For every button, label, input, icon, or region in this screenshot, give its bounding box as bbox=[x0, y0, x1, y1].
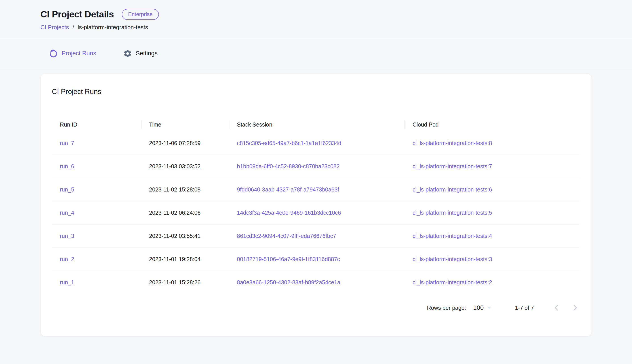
prev-page-button[interactable] bbox=[551, 303, 562, 313]
enterprise-badge: Enterprise bbox=[122, 9, 159, 20]
stack-session-link[interactable]: 14dc3f3a-425a-4e0e-9469-161b3dcc10c6 bbox=[237, 210, 341, 216]
table-row: run_6 2023-11-03 03:03:52 b1bb09da-6ff0-… bbox=[52, 155, 580, 178]
stack-session-link[interactable]: 861cd3c2-9094-4c07-9fff-eda76676fbc7 bbox=[237, 233, 336, 239]
run-id-cell: run_3 bbox=[52, 233, 141, 239]
run-id-cell: run_4 bbox=[52, 210, 141, 216]
tab-project-runs[interactable]: Project Runs bbox=[49, 49, 96, 58]
cloud-pod-link[interactable]: ci_ls-platform-integration-tests:5 bbox=[412, 210, 492, 216]
stack-session-link[interactable]: c815c305-ed65-49a7-b6c1-1a1a1f62334d bbox=[237, 140, 341, 146]
next-page-button[interactable] bbox=[570, 303, 580, 313]
time-cell: 2023-11-02 03:55:41 bbox=[141, 233, 229, 239]
cloud-pod-cell: ci_ls-platform-integration-tests:2 bbox=[404, 279, 580, 286]
page-title: CI Project Details bbox=[41, 9, 114, 20]
time-cell: 2023-11-01 19:28:04 bbox=[141, 256, 229, 262]
cloud-pod-cell: ci_ls-platform-integration-tests:6 bbox=[404, 186, 580, 193]
run-id-link[interactable]: run_4 bbox=[60, 210, 74, 216]
cloud-pod-cell: ci_ls-platform-integration-tests:5 bbox=[404, 210, 580, 216]
cloud-pod-link[interactable]: ci_ls-platform-integration-tests:2 bbox=[412, 279, 492, 286]
main-content: CI Project Runs Run ID Time Stack Sessio… bbox=[0, 68, 632, 336]
ci-project-runs-card: CI Project Runs Run ID Time Stack Sessio… bbox=[41, 74, 592, 336]
stack-session-cell: 14dc3f3a-425a-4e0e-9469-161b3dcc10c6 bbox=[229, 210, 404, 216]
time-cell: 2023-11-02 06:24:06 bbox=[141, 210, 229, 216]
run-id-cell: run_2 bbox=[52, 256, 141, 262]
cloud-pod-link[interactable]: ci_ls-platform-integration-tests:7 bbox=[412, 163, 492, 170]
column-header-time: Time bbox=[141, 118, 229, 132]
table-row: run_7 2023-11-06 07:28:59 c815c305-ed65-… bbox=[52, 132, 580, 155]
run-id-link[interactable]: run_7 bbox=[60, 140, 74, 146]
time-cell: 2023-11-02 15:28:08 bbox=[141, 186, 229, 193]
pagination-range: 1-7 of 7 bbox=[515, 305, 534, 311]
card-title: CI Project Runs bbox=[52, 88, 580, 96]
table-row: run_2 2023-11-01 19:28:04 00182719-5106-… bbox=[52, 248, 580, 271]
runs-table: Run ID Time Stack Session Cloud Pod run_… bbox=[52, 118, 580, 294]
stack-session-link[interactable]: 8a0e3a66-1250-4302-83af-b89f2a54ce1a bbox=[237, 279, 340, 286]
breadcrumb-current: ls-platform-integration-tests bbox=[78, 24, 148, 31]
table-row: run_4 2023-11-02 06:24:06 14dc3f3a-425a-… bbox=[52, 201, 580, 224]
rows-per-page-select[interactable]: 100 bbox=[473, 304, 492, 311]
cloud-pod-link[interactable]: ci_ls-platform-integration-tests:8 bbox=[412, 140, 492, 146]
page: CI Project Details Enterprise CI Project… bbox=[0, 0, 632, 364]
cloud-pod-cell: ci_ls-platform-integration-tests:4 bbox=[404, 233, 580, 239]
run-id-cell: run_7 bbox=[52, 140, 141, 146]
table-row: run_5 2023-11-02 15:28:08 9fdd0640-3aab-… bbox=[52, 178, 580, 201]
run-id-link[interactable]: run_5 bbox=[60, 186, 74, 192]
history-icon bbox=[49, 49, 58, 58]
cloud-pod-link[interactable]: ci_ls-platform-integration-tests:4 bbox=[412, 233, 492, 239]
cloud-pod-cell: ci_ls-platform-integration-tests:7 bbox=[404, 163, 580, 170]
breadcrumb-separator: / bbox=[72, 24, 74, 31]
stack-session-cell: 861cd3c2-9094-4c07-9fff-eda76676fbc7 bbox=[229, 233, 404, 239]
run-id-cell: run_5 bbox=[52, 186, 141, 193]
time-cell: 2023-11-06 07:28:59 bbox=[141, 140, 229, 146]
stack-session-link[interactable]: 9fdd0640-3aab-4327-a78f-a79473b0a63f bbox=[237, 186, 339, 192]
rows-per-page-value: 100 bbox=[473, 304, 484, 311]
cloud-pod-cell: ci_ls-platform-integration-tests:3 bbox=[404, 256, 580, 262]
cloud-pod-link[interactable]: ci_ls-platform-integration-tests:6 bbox=[412, 186, 492, 192]
chevron-left-icon bbox=[552, 304, 561, 312]
run-id-cell: run_1 bbox=[52, 279, 141, 286]
table-row: run_3 2023-11-02 03:55:41 861cd3c2-9094-… bbox=[52, 224, 580, 248]
rows-per-page-label: Rows per page: bbox=[427, 305, 466, 311]
table-row: run_1 2023-11-01 15:28:26 8a0e3a66-1250-… bbox=[52, 271, 580, 294]
column-header-cloud-pod: Cloud Pod bbox=[404, 118, 580, 132]
stack-session-link[interactable]: b1bb09da-6ff0-4c52-8930-c870ba23c082 bbox=[237, 163, 340, 170]
chevron-right-icon bbox=[571, 304, 579, 312]
gear-icon bbox=[123, 49, 132, 58]
stack-session-cell: b1bb09da-6ff0-4c52-8930-c870ba23c082 bbox=[229, 163, 404, 170]
time-cell: 2023-11-03 03:03:52 bbox=[141, 163, 229, 170]
stack-session-cell: 8a0e3a66-1250-4302-83af-b89f2a54ce1a bbox=[229, 279, 404, 286]
cloud-pod-cell: ci_ls-platform-integration-tests:8 bbox=[404, 140, 580, 146]
stack-session-cell: 9fdd0640-3aab-4327-a78f-a79473b0a63f bbox=[229, 186, 404, 193]
page-header: CI Project Details Enterprise CI Project… bbox=[0, 0, 632, 39]
tab-project-runs-label: Project Runs bbox=[62, 50, 96, 57]
table-header-row: Run ID Time Stack Session Cloud Pod bbox=[52, 118, 580, 132]
run-id-link[interactable]: run_2 bbox=[60, 256, 74, 262]
time-cell: 2023-11-01 15:28:26 bbox=[141, 279, 229, 286]
run-id-cell: run_6 bbox=[52, 163, 141, 170]
tab-settings[interactable]: Settings bbox=[123, 49, 158, 58]
run-id-link[interactable]: run_1 bbox=[60, 279, 74, 286]
breadcrumb-link-ci-projects[interactable]: CI Projects bbox=[41, 24, 69, 31]
tab-bar: Project Runs Settings bbox=[0, 39, 632, 68]
stack-session-cell: c815c305-ed65-49a7-b6c1-1a1a1f62334d bbox=[229, 140, 404, 146]
select-arrow-icon bbox=[487, 306, 492, 309]
run-id-link[interactable]: run_6 bbox=[60, 163, 74, 170]
column-header-run-id: Run ID bbox=[52, 118, 141, 132]
stack-session-cell: 00182719-5106-46a7-9e9f-1f83116d887c bbox=[229, 256, 404, 262]
pagination: Rows per page: 100 1-7 of 7 bbox=[52, 298, 580, 318]
tab-settings-label: Settings bbox=[136, 50, 158, 57]
column-header-stack-session: Stack Session bbox=[229, 118, 404, 132]
run-id-link[interactable]: run_3 bbox=[60, 233, 74, 239]
breadcrumb: CI Projects / ls-platform-integration-te… bbox=[41, 24, 632, 31]
cloud-pod-link[interactable]: ci_ls-platform-integration-tests:3 bbox=[412, 256, 492, 262]
stack-session-link[interactable]: 00182719-5106-46a7-9e9f-1f83116d887c bbox=[237, 256, 340, 262]
